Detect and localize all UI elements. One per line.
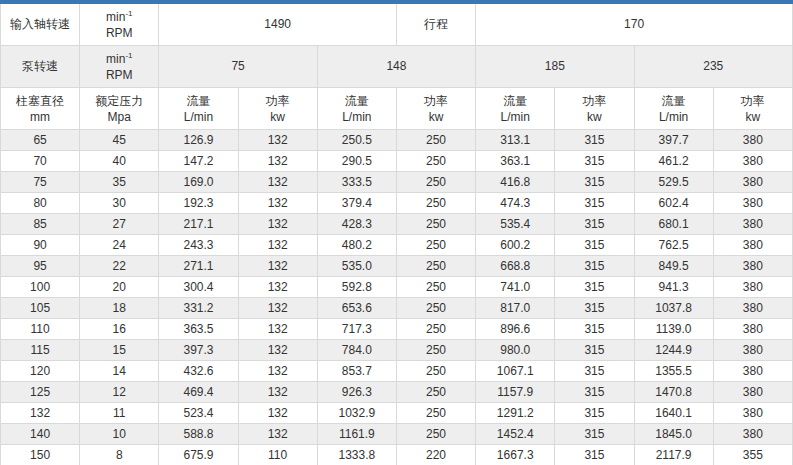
cell: 380 — [713, 361, 792, 382]
cell: 18 — [80, 298, 159, 319]
flow-header-label: 流量 — [503, 94, 527, 108]
cell: 75 — [1, 172, 80, 193]
power-header-unit: kw — [270, 110, 285, 124]
cell: 217.1 — [159, 214, 238, 235]
input-speed-row: 输入轴转速 min-1 RPM 1490 行程 170 — [1, 2, 793, 46]
cell: 132 — [238, 319, 317, 340]
plunger-unit: mm — [30, 110, 50, 124]
cell: 250 — [396, 340, 475, 361]
cell: 70 — [1, 151, 80, 172]
cell: 250 — [396, 256, 475, 277]
cell: 313.1 — [476, 130, 555, 151]
cell: 315 — [555, 151, 634, 172]
cell: 380 — [713, 235, 792, 256]
cell: 40 — [80, 151, 159, 172]
flow-header-unit: L/min — [342, 110, 371, 124]
cell: 380 — [713, 403, 792, 424]
cell: 379.4 — [317, 193, 396, 214]
cell: 250 — [396, 235, 475, 256]
flow-header: 流量L/min — [634, 88, 713, 130]
input-speed-unit-cell: min-1 RPM — [80, 2, 159, 46]
cell: 250 — [396, 130, 475, 151]
flow-header: 流量L/min — [317, 88, 396, 130]
unit-superscript: -1 — [125, 51, 132, 60]
power-header-label: 功率 — [741, 94, 765, 108]
cell: 315 — [555, 298, 634, 319]
cell: 132 — [238, 277, 317, 298]
cell: 480.2 — [317, 235, 396, 256]
cell: 150 — [1, 445, 80, 465]
cell: 250 — [396, 172, 475, 193]
cell: 147.2 — [159, 151, 238, 172]
cell: 1067.1 — [476, 361, 555, 382]
cell: 110 — [238, 445, 317, 465]
cell: 10 — [80, 424, 159, 445]
cell: 675.9 — [159, 445, 238, 465]
cell: 592.8 — [317, 277, 396, 298]
pump-speed-row: 泵转速 min-1 RPM 75148185235 — [1, 46, 793, 88]
cell: 717.3 — [317, 319, 396, 340]
cell: 363.5 — [159, 319, 238, 340]
flow-header-label: 流量 — [345, 94, 369, 108]
cell: 65 — [1, 130, 80, 151]
cell: 14 — [80, 361, 159, 382]
cell: 125 — [1, 382, 80, 403]
cell: 250 — [396, 298, 475, 319]
cell: 132 — [1, 403, 80, 424]
cell: 331.2 — [159, 298, 238, 319]
pump-speed-label: 泵转速 — [1, 46, 80, 88]
cell: 16 — [80, 319, 159, 340]
cell: 380 — [713, 298, 792, 319]
table-row: 11515397.3132784.0250980.03151244.9380 — [1, 340, 793, 361]
power-header-unit: kw — [429, 110, 444, 124]
cell: 8 — [80, 445, 159, 465]
cell: 853.7 — [317, 361, 396, 382]
table-body: 6545126.9132250.5250313.1315397.73807040… — [1, 130, 793, 465]
cell: 12 — [80, 382, 159, 403]
cell: 132 — [238, 382, 317, 403]
cell: 416.8 — [476, 172, 555, 193]
table-row: 7040147.2132290.5250363.1315461.2380 — [1, 151, 793, 172]
table-row: 9522271.1132535.0250668.8315849.5380 — [1, 256, 793, 277]
table-row: 11016363.5132717.3250896.63151139.0380 — [1, 319, 793, 340]
cell: 355 — [713, 445, 792, 465]
cell: 250 — [396, 193, 475, 214]
cell: 11 — [80, 403, 159, 424]
unit-superscript: -1 — [125, 9, 132, 18]
cell: 380 — [713, 256, 792, 277]
cell: 1037.8 — [634, 298, 713, 319]
cell: 80 — [1, 193, 80, 214]
power-header: 功率kw — [713, 88, 792, 130]
cell: 95 — [1, 256, 80, 277]
cell: 380 — [713, 214, 792, 235]
cell: 600.2 — [476, 235, 555, 256]
cell: 132 — [238, 151, 317, 172]
cell: 300.4 — [159, 277, 238, 298]
cell: 432.6 — [159, 361, 238, 382]
cell: 1032.9 — [317, 403, 396, 424]
pump-speed-value: 148 — [317, 46, 475, 88]
cell: 85 — [1, 214, 80, 235]
cell: 474.3 — [476, 193, 555, 214]
cell: 250 — [396, 214, 475, 235]
pump-speed-unit-cell: min-1 RPM — [80, 46, 159, 88]
cell: 428.3 — [317, 214, 396, 235]
cell: 35 — [80, 172, 159, 193]
cell: 941.3 — [634, 277, 713, 298]
table-row: 1508675.91101333.82201667.33152117.9355 — [1, 445, 793, 465]
cell: 380 — [713, 340, 792, 361]
cell: 380 — [713, 382, 792, 403]
cell: 363.1 — [476, 151, 555, 172]
cell: 27 — [80, 214, 159, 235]
cell: 602.4 — [634, 193, 713, 214]
input-speed-label: 输入轴转速 — [1, 2, 80, 46]
cell: 100 — [1, 277, 80, 298]
cell: 132 — [238, 130, 317, 151]
cell: 315 — [555, 193, 634, 214]
cell: 668.8 — [476, 256, 555, 277]
cell: 588.8 — [159, 424, 238, 445]
cell: 849.5 — [634, 256, 713, 277]
cell: 1157.9 — [476, 382, 555, 403]
cell: 250 — [396, 424, 475, 445]
flow-header-label: 流量 — [662, 94, 686, 108]
